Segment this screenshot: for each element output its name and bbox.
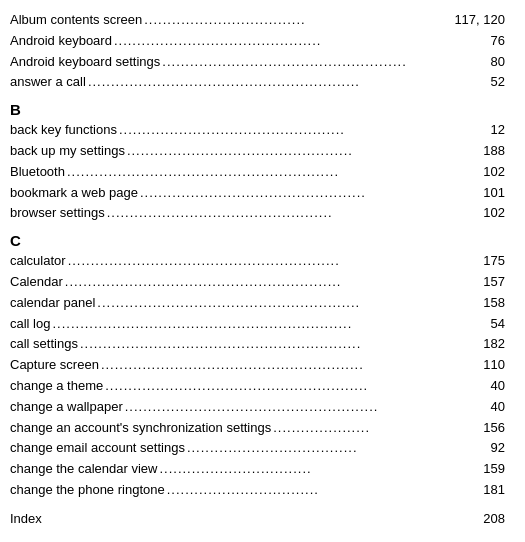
section-header-c: C [10,232,505,249]
entry-name: calculator [10,251,66,272]
page-number: 101 [483,183,505,204]
index-label: Index [10,511,42,526]
list-item: Calendar ...............................… [10,272,505,293]
section-c: C calculator ...........................… [10,232,505,501]
entry-name: change a wallpaper [10,397,123,418]
list-item: browser settings .......................… [10,203,505,224]
page-number: 52 [491,72,505,93]
list-item: calculator .............................… [10,251,505,272]
dots: ........................................… [52,314,488,335]
footer-page-number: 208 [483,511,505,526]
dots: ........................................… [80,334,481,355]
section-header-b: B [10,101,505,118]
section-b: B back key functions ...................… [10,101,505,224]
list-item: Android keyboard .......................… [10,31,505,52]
page-number: 181 [483,480,505,501]
entry-name: Android keyboard [10,31,112,52]
list-item: Bluetooth ..............................… [10,162,505,183]
dots: ........................................… [127,141,481,162]
dots: ........................................… [65,272,482,293]
entry-name: change email account settings [10,438,185,459]
entry-name: Calendar [10,272,63,293]
list-item: answer a call ..........................… [10,72,505,93]
page-number: 54 [491,314,505,335]
section-a: Album contents screen ..................… [10,10,505,93]
dots: ........................................… [88,72,489,93]
page-number: 40 [491,397,505,418]
entry-name: bookmark a web page [10,183,138,204]
dots: ........................................… [101,355,481,376]
entry-name: change the calendar view [10,459,157,480]
entry-name: call settings [10,334,78,355]
dots: ........................................… [105,376,488,397]
list-item: change a wallpaper .....................… [10,397,505,418]
list-item: call settings ..........................… [10,334,505,355]
page-number: 102 [483,162,505,183]
page-number: 92 [491,438,505,459]
page-number: 159 [483,459,505,480]
page-number: 80 [491,52,505,73]
footer: Index 208 [10,511,505,526]
list-item: change email account settings ..........… [10,438,505,459]
entry-name: Capture screen [10,355,99,376]
page-number: 157 [483,272,505,293]
entry-name: answer a call [10,72,86,93]
entry-name: change an account's synchronization sett… [10,418,271,439]
dots: ................................. [159,459,481,480]
dots: ........................................… [125,397,489,418]
list-item: Capture screen .........................… [10,355,505,376]
page-number: 156 [483,418,505,439]
dots: ................................... [144,10,452,31]
dots: ........................................… [119,120,489,141]
dots: ........................................… [68,251,482,272]
entry-name: call log [10,314,50,335]
dots: ................................. [167,480,482,501]
entry-name: change a theme [10,376,103,397]
dots: ..................................... [187,438,489,459]
page-number: 76 [491,31,505,52]
entry-name: Album contents screen [10,10,142,31]
page-number: 158 [483,293,505,314]
list-item: Album contents screen ..................… [10,10,505,31]
page-number: 175 [483,251,505,272]
list-item: change an account's synchronization sett… [10,418,505,439]
entry-name: calendar panel [10,293,95,314]
index-page: Album contents screen ..................… [10,10,505,526]
page-number: 12 [491,120,505,141]
dots: ..................... [273,418,481,439]
list-item: calendar panel .........................… [10,293,505,314]
list-item: back key functions .....................… [10,120,505,141]
entry-name: Android keyboard settings [10,52,160,73]
entry-name: back key functions [10,120,117,141]
page-number: 188 [483,141,505,162]
entry-name: Bluetooth [10,162,65,183]
list-item: change a theme .........................… [10,376,505,397]
dots: ........................................… [107,203,482,224]
dots: ........................................… [97,293,481,314]
dots: ........................................… [140,183,481,204]
dots: ........................................… [114,31,489,52]
entry-name: change the phone ringtone [10,480,165,501]
entry-name: back up my settings [10,141,125,162]
page-number: 182 [483,334,505,355]
page-number: 117, 120 [454,10,505,31]
list-item: bookmark a web page ....................… [10,183,505,204]
entry-name: browser settings [10,203,105,224]
page-number: 110 [483,355,505,376]
list-item: change the calendar view ...............… [10,459,505,480]
dots: ........................................… [67,162,481,183]
page-number: 40 [491,376,505,397]
page-number: 102 [483,203,505,224]
dots: ........................................… [162,52,488,73]
list-item: back up my settings ....................… [10,141,505,162]
list-item: change the phone ringtone ..............… [10,480,505,501]
list-item: call log ...............................… [10,314,505,335]
list-item: Android keyboard settings ..............… [10,52,505,73]
